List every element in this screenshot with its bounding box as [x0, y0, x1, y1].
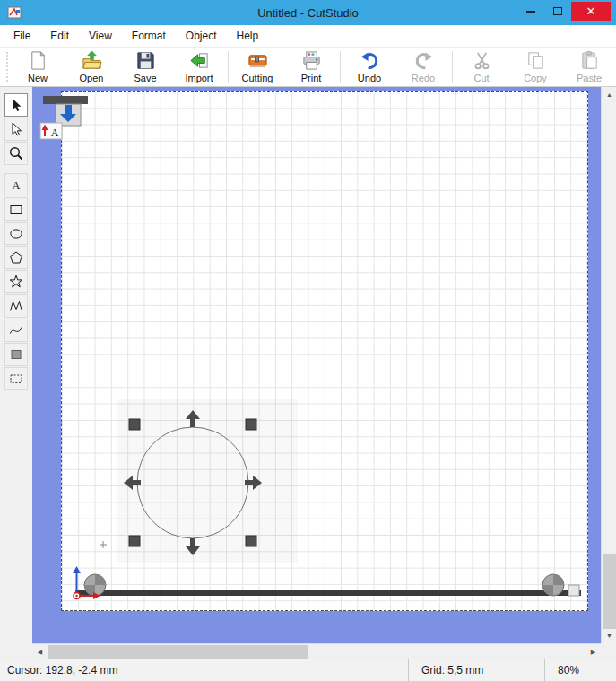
- curve-icon: [8, 322, 24, 338]
- paste-button[interactable]: Paste: [562, 48, 616, 86]
- minimize-icon: [526, 11, 535, 13]
- scroll-up-icon: ▲: [606, 92, 612, 98]
- polygon-icon: [8, 249, 24, 266]
- select-area-tool[interactable]: [4, 367, 28, 390]
- toolbar-separator: [340, 51, 341, 83]
- cut-button[interactable]: Cut: [455, 48, 508, 86]
- menu-help[interactable]: Help: [227, 26, 269, 46]
- vertical-scrollbar-thumb[interactable]: [603, 554, 616, 629]
- star-tool[interactable]: [4, 270, 28, 293]
- paste-clipboard-icon: [579, 50, 600, 71]
- print-button-label: Print: [301, 73, 322, 83]
- copy-button-label: Copy: [524, 73, 547, 83]
- horizontal-scrollbar[interactable]: ◀ ▶: [32, 643, 601, 659]
- polygon-tool[interactable]: [4, 246, 28, 269]
- scroll-left-button[interactable]: ◀: [32, 644, 48, 659]
- paste-button-label: Paste: [577, 73, 602, 83]
- scroll-up-button[interactable]: ▲: [602, 87, 616, 102]
- selection-handle-top-arrow[interactable]: [186, 410, 200, 427]
- open-button[interactable]: Open: [65, 48, 118, 86]
- save-floppy-icon: [135, 50, 156, 71]
- load-direction-indicator: A: [40, 96, 88, 139]
- menu-view[interactable]: View: [79, 26, 122, 46]
- magnifier-icon: [8, 145, 24, 162]
- save-button-label: Save: [134, 73, 156, 83]
- new-button[interactable]: New: [11, 48, 65, 86]
- maximize-button[interactable]: [544, 2, 571, 21]
- selection-handle-left-arrow[interactable]: [124, 476, 141, 490]
- menu-object[interactable]: Object: [176, 26, 227, 46]
- selection-handle-top-right[interactable]: [246, 419, 256, 430]
- import-icon: [189, 50, 210, 71]
- import-button[interactable]: Import: [172, 48, 226, 86]
- scroll-right-icon: ▶: [591, 649, 595, 656]
- titlebar: Untitled - CutStudio ✕: [0, 0, 616, 25]
- open-button-label: Open: [80, 73, 104, 83]
- scroll-down-button[interactable]: ▼: [602, 628, 616, 643]
- selection-handle-bottom-left[interactable]: [129, 536, 140, 546]
- polyline-tool[interactable]: [4, 294, 28, 318]
- redo-icon: [413, 50, 434, 71]
- menu-format[interactable]: Format: [122, 26, 176, 46]
- edit-points-arrow-icon: [8, 121, 24, 137]
- text-tool-icon: A: [8, 177, 24, 193]
- toolbar-separator: [452, 51, 453, 83]
- redo-button[interactable]: Redo: [396, 48, 450, 86]
- menu-edit[interactable]: Edit: [40, 26, 79, 46]
- cutting-machine-icon: [247, 50, 268, 71]
- maximize-icon: [553, 7, 562, 15]
- media-edge-cap: [568, 585, 579, 596]
- copy-icon: [525, 50, 546, 71]
- undo-button[interactable]: Undo: [343, 48, 396, 86]
- scroll-right-button[interactable]: ▶: [586, 644, 601, 659]
- print-button[interactable]: Print: [284, 48, 338, 86]
- ellipse-tool[interactable]: [4, 222, 28, 245]
- selection-handle-bottom-right[interactable]: [246, 536, 256, 546]
- rectangle-tool[interactable]: [4, 197, 28, 221]
- cutting-button-label: Cutting: [242, 73, 273, 83]
- selected-circle-object[interactable]: [137, 427, 248, 538]
- close-button[interactable]: ✕: [571, 2, 611, 21]
- toolbar-separator: [228, 51, 229, 83]
- horizontal-scrollbar-thumb[interactable]: [48, 645, 308, 659]
- menu-file[interactable]: File: [4, 26, 40, 46]
- selection-handle-top-left[interactable]: [129, 419, 140, 430]
- pinch-roller-left: [84, 574, 106, 596]
- selection-handle-bottom-arrow[interactable]: [186, 538, 200, 555]
- redo-button-label: Redo: [412, 73, 435, 83]
- cutstudio-window: Untitled - CutStudio ✕ File Edit View Fo…: [0, 0, 616, 681]
- select-tool[interactable]: [4, 93, 28, 117]
- pinch-roller-right: [542, 574, 564, 596]
- copy-button[interactable]: Copy: [508, 48, 562, 86]
- edit-points-tool[interactable]: [4, 118, 28, 141]
- crosshair-mark: [100, 541, 107, 548]
- vertical-scrollbar[interactable]: ▲ ▼: [601, 87, 616, 643]
- text-tool[interactable]: A: [4, 173, 28, 196]
- statusbar: Cursor: 192.8, -2.4 mm Grid: 5,5 mm 80%: [0, 659, 616, 681]
- close-icon: ✕: [586, 5, 596, 17]
- zoom-level-status: 80%: [544, 659, 616, 681]
- menubar: File Edit View Format Object Help: [0, 25, 616, 48]
- tool-palette: A: [0, 87, 32, 659]
- scroll-down-icon: ▼: [606, 633, 612, 639]
- ellipse-icon: [8, 225, 24, 241]
- curve-tool[interactable]: [4, 319, 28, 342]
- save-button[interactable]: Save: [118, 48, 172, 86]
- canvas-area[interactable]: A: [32, 87, 601, 643]
- new-button-label: New: [28, 73, 48, 83]
- canvas-overlay: A: [32, 87, 601, 643]
- cursor-position-status: Cursor: 192.8, -2.4 mm: [0, 659, 408, 681]
- cut-button-label: Cut: [473, 73, 489, 83]
- toolbar-grip: [6, 52, 8, 82]
- zoom-tool[interactable]: [4, 142, 28, 165]
- import-button-label: Import: [185, 73, 213, 83]
- select-arrow-icon: [8, 97, 24, 113]
- selection-handle-right-arrow[interactable]: [245, 476, 262, 490]
- cutting-button[interactable]: Cutting: [230, 48, 284, 86]
- image-tool[interactable]: [4, 343, 28, 366]
- media-edge-bar: [75, 590, 581, 596]
- minimize-button[interactable]: [517, 2, 544, 21]
- print-icon: [301, 50, 322, 71]
- polyline-icon: [8, 298, 24, 314]
- scroll-left-icon: ◀: [38, 649, 42, 656]
